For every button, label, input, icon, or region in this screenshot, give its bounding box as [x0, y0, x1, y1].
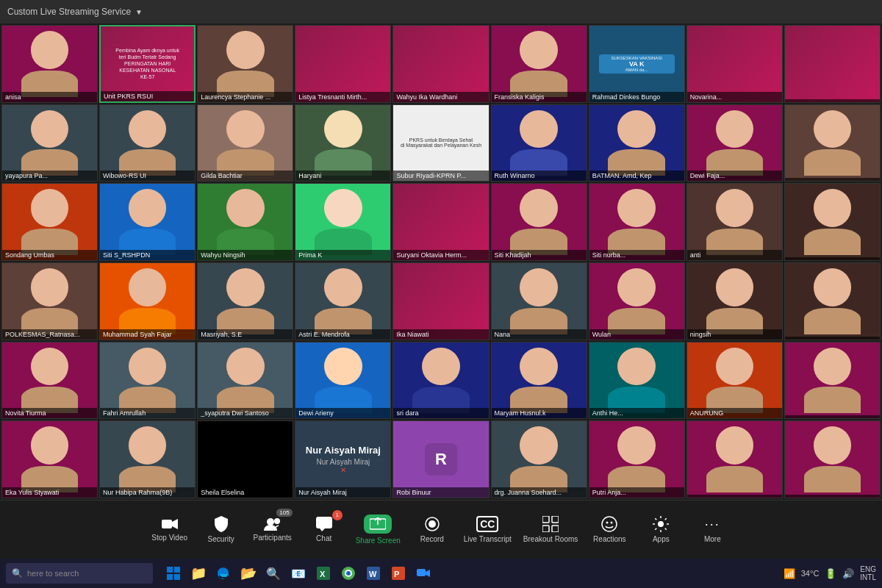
video-cell[interactable] — [686, 420, 783, 498]
participant-name: drg. Juanna Soehard... — [492, 487, 587, 498]
video-cell[interactable] — [784, 262, 881, 340]
video-cell[interactable]: Masriyah, S.E — [197, 262, 293, 340]
svg-point-12 — [602, 517, 617, 531]
video-cell[interactable]: Siti nurba... — [589, 183, 685, 261]
video-cell[interactable]: Novarina... — [686, 25, 783, 103]
video-cell[interactable]: Suryani Oktavia Herm... — [392, 183, 489, 261]
video-cell[interactable]: Ruth Winarno — [491, 104, 587, 182]
apps-icon — [653, 516, 669, 532]
video-cell[interactable]: Siti S_RSHPDN — [99, 183, 196, 261]
chat-button[interactable]: 1 Chat — [298, 504, 350, 556]
participant-name: Siti Khadijah — [492, 250, 587, 260]
video-cell[interactable]: PKRS untuk Berdaya Sehatdi Masyarakat da… — [392, 104, 489, 182]
video-cell[interactable]: Gilda Bachtiar — [197, 104, 293, 182]
video-cell[interactable]: anti — [686, 183, 783, 261]
chat-icon — [316, 517, 332, 531]
video-cell[interactable]: Pembina Ayam dknya untukteri Budm Tertat… — [99, 25, 196, 103]
video-cell[interactable]: Maryam Husnul.k — [491, 342, 587, 420]
video-cell[interactable]: Muhammad Syah Fajar — [99, 262, 196, 340]
video-cell[interactable]: Eka Yulis Styawati — [1, 420, 98, 498]
svg-text:X: X — [320, 570, 326, 578]
taskbar-powerpoint[interactable]: P — [387, 562, 410, 585]
video-cell[interactable]: _syaputra Dwi Santoso — [197, 342, 293, 420]
video-cell[interactable]: Anthi He... — [589, 342, 685, 420]
taskbar-search-app[interactable]: 🔍 — [262, 562, 285, 585]
taskbar-edge[interactable] — [212, 562, 235, 585]
participant-name: Wulan — [589, 329, 684, 340]
video-cell[interactable]: Nana — [491, 262, 587, 340]
video-cell[interactable]: Laurencya Stephanie ... — [197, 25, 293, 103]
video-cell[interactable]: Haryani — [295, 104, 391, 182]
share-screen-button[interactable]: Share Screen — [350, 504, 406, 556]
taskbar-right: 📶 34°C 🔋 🔊 ENG INTL — [784, 565, 876, 581]
video-cell[interactable] — [784, 25, 881, 103]
video-cell[interactable]: Listya Tresnanti Mirth... — [295, 25, 391, 103]
search-bar[interactable]: 🔍 here to search — [6, 563, 153, 584]
video-cell[interactable]: Dewi Faja... — [686, 104, 783, 182]
video-cell[interactable]: Wibowo-RS UI — [99, 104, 196, 182]
svg-rect-0 — [162, 520, 172, 528]
svg-rect-11 — [552, 526, 559, 532]
video-cell[interactable] — [784, 342, 881, 420]
video-cell[interactable] — [784, 183, 881, 261]
taskbar-word[interactable]: W — [362, 562, 385, 585]
dropdown-arrow-icon[interactable]: ▼ — [135, 8, 143, 16]
video-cell[interactable]: SUKSESKAN VAKSINASIVA KAMAN da...Rahmad … — [589, 25, 685, 103]
taskbar-chrome[interactable] — [337, 562, 360, 585]
more-button[interactable]: ··· More — [686, 504, 738, 556]
video-cell[interactable]: Novita Tiurma — [1, 342, 98, 420]
video-cell[interactable]: Ika Niawati — [392, 262, 489, 340]
video-cell[interactable]: R Robi Binuur — [392, 420, 489, 498]
participant-name: Unit PKRS RSUI — [101, 91, 194, 101]
video-cell[interactable]: Wahyu Ika Wardhani — [392, 25, 489, 103]
participant-name: Masriyah, S.E — [198, 329, 293, 340]
reactions-icon — [601, 516, 617, 532]
video-cell[interactable]: Nur Habipa Rahma(9B) — [99, 420, 196, 498]
taskbar-mail[interactable]: 📧 — [287, 562, 310, 585]
participant-name: Putri Anja... — [589, 487, 684, 498]
video-cell[interactable]: Siti Khadijah — [491, 183, 587, 261]
participant-name: Wibowo-RS UI — [100, 171, 195, 181]
video-cell[interactable]: Astri E. Mendrofa — [295, 262, 391, 340]
video-cell[interactable]: Prima K — [295, 183, 391, 261]
apps-button[interactable]: Apps — [635, 504, 686, 556]
taskbar-folder[interactable]: 📂 — [237, 562, 260, 585]
video-cell[interactable]: Fahri Amrullah — [99, 342, 196, 420]
video-cell[interactable]: Wahyu Ningsih — [197, 183, 293, 261]
video-cell[interactable]: Dewi Arieny — [295, 342, 391, 420]
video-cell[interactable]: sri dara — [392, 342, 489, 420]
taskbar-windows-icon[interactable] — [162, 562, 185, 585]
video-cell[interactable]: Putri Anja... — [589, 420, 685, 498]
taskbar-excel[interactable]: X — [312, 562, 335, 585]
video-cell[interactable]: BATMAN. Amd, Kep — [589, 104, 685, 182]
video-cell[interactable] — [784, 104, 881, 182]
breakout-rooms-button[interactable]: Breakout Rooms — [517, 504, 584, 556]
video-cell[interactable]: POLKESMAS_Ratnasa... — [1, 262, 98, 340]
svg-point-3 — [274, 518, 280, 524]
video-cell[interactable]: Nur Aisyah Miraj Nur Aisyah Miraj ✕ Nur … — [295, 420, 391, 498]
video-cell[interactable]: ANURUNG — [686, 342, 783, 420]
participant-name: Gilda Bachtiar — [198, 171, 293, 181]
security-button[interactable]: Security — [196, 504, 247, 556]
participant-name: yayapura Pa... — [2, 171, 97, 181]
more-icon: ··· — [705, 517, 720, 532]
video-cell[interactable]: ningsih — [686, 262, 783, 340]
video-cell[interactable]: Wulan — [589, 262, 685, 340]
video-cell[interactable]: Sheila Elselina — [197, 420, 293, 498]
video-cell[interactable] — [784, 420, 881, 498]
stop-video-button[interactable]: Stop Video — [144, 504, 196, 556]
reactions-button[interactable]: Reactions — [584, 504, 635, 556]
taskbar-zoom[interactable] — [412, 562, 435, 585]
toolbar: Stop Video Security 105 Participants 1 C… — [0, 500, 882, 559]
live-transcript-button[interactable]: CC Live Transcript — [458, 504, 517, 556]
video-cell[interactable]: yayapura Pa... — [1, 104, 98, 182]
video-cell[interactable]: drg. Juanna Soehard... — [491, 420, 587, 498]
participants-button[interactable]: 105 Participants — [247, 504, 298, 556]
video-cell[interactable]: Sondang Umbas — [1, 183, 98, 261]
taskbar-file-explorer[interactable]: 📁 — [187, 562, 210, 585]
participant-name: Nur Aisyah Miraj — [295, 487, 390, 498]
participant-name — [785, 415, 880, 418]
video-cell[interactable]: anisa — [1, 25, 98, 103]
record-button[interactable]: Record — [406, 504, 458, 556]
video-cell[interactable]: Fransiska Kaligis — [491, 25, 587, 103]
